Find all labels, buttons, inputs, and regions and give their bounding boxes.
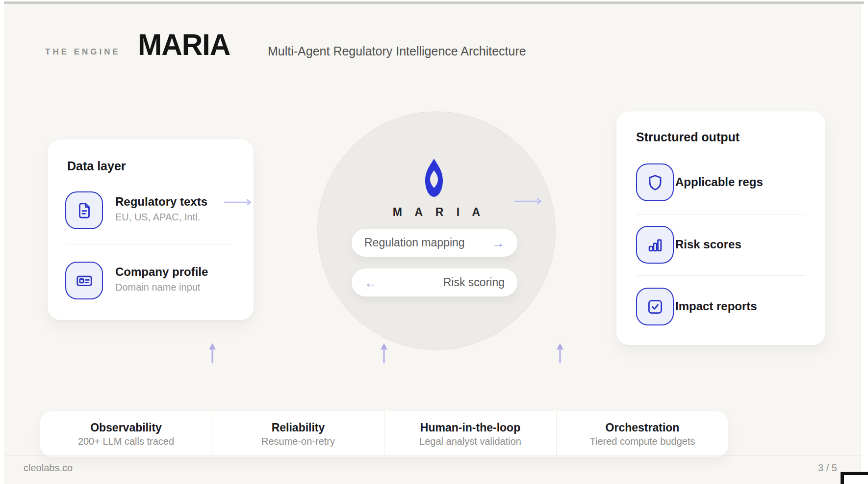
structured-output-title: Structured output <box>636 130 740 144</box>
flame-logo-icon <box>423 159 445 197</box>
structured-output-divider <box>636 275 806 276</box>
top-rule <box>4 1 864 4</box>
data-layer-item-title: Regulatory texts <box>115 195 207 209</box>
foundation-col-observability: Observability 200+ LLM calls traced <box>40 411 212 457</box>
foundation-subtitle: Legal analyst validation <box>419 436 521 447</box>
arrow-up-icon <box>556 343 564 363</box>
page-indicator: 3 / 5 <box>818 462 837 474</box>
foundation-subtitle: Tiered compute budgets <box>590 436 695 447</box>
data-layer-item-title: Company profile <box>115 265 208 279</box>
foundation-title: Orchestration <box>606 421 680 434</box>
corner-bracket-shape <box>841 472 868 484</box>
foundation-col-reliability: Reliability Resume-on-retry <box>212 411 384 457</box>
data-layer-item-subtitle: Domain name input <box>115 282 200 293</box>
foundation-bar: Observability 200+ LLM calls traced Reli… <box>40 411 728 457</box>
footer-divider <box>4 456 862 456</box>
document-icon <box>65 191 103 229</box>
foundation-col-orchestration: Orchestration Tiered compute budgets <box>556 411 728 457</box>
arrow-right-connector-right <box>514 197 544 205</box>
id-card-icon <box>65 262 103 299</box>
arrow-right-icon: → <box>492 237 505 249</box>
foundation-subtitle: 200+ LLM calls traced <box>78 436 174 447</box>
foundation-col-human-in-the-loop: Human-in-the-loop Legal analyst validati… <box>384 411 556 457</box>
footer-site-link[interactable]: cleolabs.co <box>24 462 73 474</box>
bar-chart-icon <box>636 226 674 264</box>
page-subtitle: Multi-Agent Regulatory Intelligence Arch… <box>268 44 526 58</box>
arrow-up-icon <box>380 343 388 363</box>
foundation-title: Human-in-the-loop <box>420 421 520 434</box>
structured-output-item-label: Risk scores <box>675 238 741 251</box>
regulation-mapping-button[interactable]: Regulation mapping → <box>352 229 517 257</box>
foundation-title: Observability <box>90 421 162 434</box>
structured-output-item-label: Impact reports <box>675 299 757 313</box>
risk-scoring-label: Risk scoring <box>443 276 505 289</box>
data-layer-title: Data layer <box>67 159 126 173</box>
risk-scoring-button[interactable]: ← Risk scoring <box>352 269 517 296</box>
foundation-subtitle: Resume-on-retry <box>261 436 335 447</box>
arrow-left-icon: ← <box>364 276 377 289</box>
regulation-mapping-label: Regulation mapping <box>364 236 465 249</box>
foundation-title: Reliability <box>272 421 325 434</box>
slide-kicker: THE ENGINE <box>45 47 121 57</box>
page-title: MARIA <box>138 27 230 62</box>
structured-output-divider <box>636 214 806 215</box>
check-square-icon <box>636 288 674 325</box>
shield-icon <box>636 163 674 201</box>
structured-output-item-label: Applicable regs <box>675 175 763 189</box>
data-layer-item-subtitle: EU, US, APAC, Intl. <box>115 212 200 223</box>
arrow-up-icon <box>208 343 217 363</box>
arrow-right-connector-left <box>224 198 254 206</box>
core-name-label: M A R I A <box>317 206 556 219</box>
data-layer-divider <box>66 244 233 244</box>
